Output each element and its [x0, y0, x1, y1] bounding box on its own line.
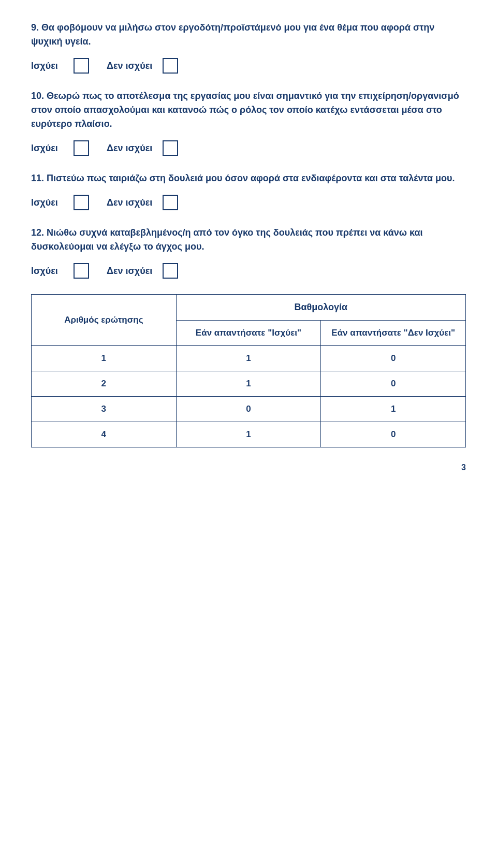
- isxyei-label-11: Ισχύει: [31, 197, 67, 208]
- question-11-text: 11. Πιστεύω πως ταιριάζω στη δουλειά μου…: [31, 171, 466, 185]
- row-number: 1: [32, 346, 177, 371]
- question-9: 9. Θα φοβόμουν να μιλήσω στον εργοδότη/π…: [31, 21, 466, 74]
- row-den: 1: [321, 397, 466, 422]
- isxyei-checkbox-11[interactable]: [74, 195, 89, 210]
- table-header-isxyei: Εάν απαντήσατε "Ισχύει": [176, 321, 321, 346]
- isxyei-label-10: Ισχύει: [31, 143, 67, 154]
- answer-row-11: Ισχύει Δεν ισχύει: [31, 195, 466, 210]
- row-isxyei: 1: [176, 371, 321, 397]
- answer-row-10: Ισχύει Δεν ισχύει: [31, 140, 466, 156]
- row-den: 0: [321, 346, 466, 371]
- question-12-text: 12. Νιώθω συχνά καταβεβλημένος/η από τον…: [31, 226, 466, 254]
- question-10-text: 10. Θεωρώ πως το αποτέλεσμα της εργασίας…: [31, 89, 466, 131]
- table-row: 4 1 0: [32, 422, 466, 447]
- row-number: 2: [32, 371, 177, 397]
- den-label-10: Δεν ισχύει: [107, 143, 152, 154]
- table-row: 3 0 1: [32, 397, 466, 422]
- row-isxyei: 1: [176, 422, 321, 447]
- scoring-table: Αριθμός ερώτησης Βαθμολογία Εάν απαντήσα…: [31, 294, 466, 447]
- row-den: 0: [321, 422, 466, 447]
- question-11: 11. Πιστεύω πως ταιριάζω στη δουλειά μου…: [31, 171, 466, 210]
- table-header-bathmo: Βαθμολογία: [176, 295, 465, 321]
- row-number: 3: [32, 397, 177, 422]
- den-label-9: Δεν ισχύει: [107, 61, 152, 71]
- den-checkbox-12[interactable]: [163, 263, 178, 279]
- table-row: 1 1 0: [32, 346, 466, 371]
- row-den: 0: [321, 371, 466, 397]
- question-10: 10. Θεωρώ πως το αποτέλεσμα της εργασίας…: [31, 89, 466, 156]
- isxyei-checkbox-10[interactable]: [74, 140, 89, 156]
- den-checkbox-11[interactable]: [163, 195, 178, 210]
- den-checkbox-10[interactable]: [163, 140, 178, 156]
- page-number: 3: [31, 463, 466, 472]
- table-header-arithmos: Αριθμός ερώτησης: [32, 295, 177, 346]
- answer-row-9: Ισχύει Δεν ισχύει: [31, 58, 466, 74]
- den-label-12: Δεν ισχύει: [107, 266, 152, 277]
- answer-row-12: Ισχύει Δεν ισχύει: [31, 263, 466, 279]
- row-isxyei: 1: [176, 346, 321, 371]
- table-header-den: Εάν απαντήσατε "Δεν Ισχύει": [321, 321, 466, 346]
- row-number: 4: [32, 422, 177, 447]
- den-checkbox-9[interactable]: [163, 58, 178, 74]
- question-9-text: 9. Θα φοβόμουν να μιλήσω στον εργοδότη/π…: [31, 21, 466, 49]
- isxyei-label-12: Ισχύει: [31, 266, 67, 277]
- question-12: 12. Νιώθω συχνά καταβεβλημένος/η από τον…: [31, 226, 466, 279]
- isxyei-label-9: Ισχύει: [31, 61, 67, 71]
- table-row: 2 1 0: [32, 371, 466, 397]
- isxyei-checkbox-12[interactable]: [74, 263, 89, 279]
- den-label-11: Δεν ισχύει: [107, 197, 152, 208]
- isxyei-checkbox-9[interactable]: [74, 58, 89, 74]
- row-isxyei: 0: [176, 397, 321, 422]
